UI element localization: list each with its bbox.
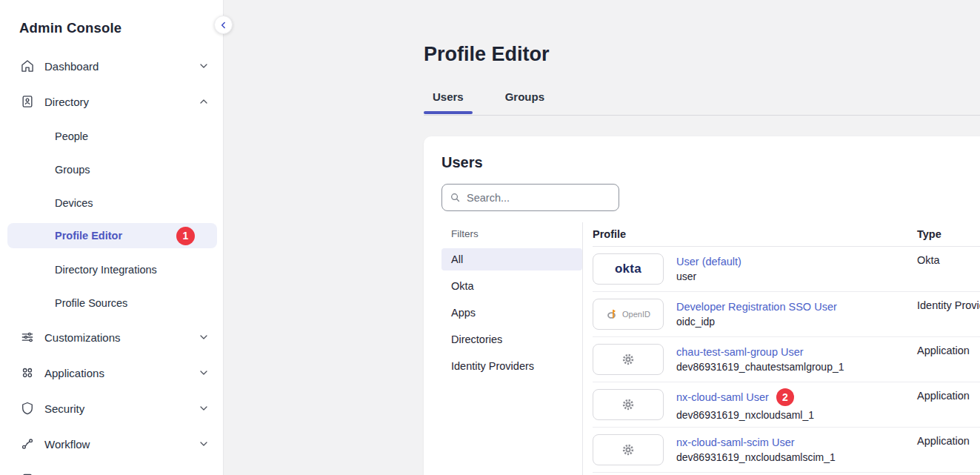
tab-divider <box>424 115 980 116</box>
tab-bar: Users Groups <box>424 90 577 113</box>
panel-heading: Users <box>441 154 483 171</box>
sidebar-item-label: Applications <box>44 367 104 379</box>
main-content: Profile Editor Users Groups Users Filter… <box>224 0 980 475</box>
profile-type: Application <box>917 345 980 356</box>
filters-label: Filters <box>441 228 582 239</box>
sidebar-item-profile-sources[interactable]: Profile Sources <box>6 286 217 319</box>
profile-link[interactable]: User (default) <box>676 256 741 268</box>
filters-column: Filters All Okta Apps Directories Identi… <box>424 222 583 475</box>
profile-type: Application <box>917 390 980 402</box>
gear-icon <box>621 442 636 457</box>
search-box[interactable] <box>441 184 619 211</box>
sidebar-item-label: Dashboard <box>44 60 99 73</box>
filter-okta[interactable]: Okta <box>441 275 582 297</box>
profile-link[interactable]: Developer Registration SSO User <box>676 301 837 313</box>
column-header-profile: Profile <box>593 228 904 240</box>
chevron-up-icon <box>198 96 210 107</box>
profiles-table: Profile Type okta User (default) user Ok… <box>583 222 980 475</box>
app-logo-placeholder <box>593 344 664 375</box>
app-logo-placeholder <box>593 389 664 420</box>
reports-icon <box>20 472 35 475</box>
sidebar-item-reports[interactable] <box>6 462 217 475</box>
app-title: Admin Console <box>0 0 223 36</box>
panel-columns: Filters All Okta Apps Directories Identi… <box>424 222 980 475</box>
table-row: chau-test-saml-group User dev86931619_ch… <box>593 337 980 382</box>
sidebar-item-label: Workflow <box>44 438 90 451</box>
sidebar-item-label: Security <box>44 402 84 415</box>
sidebar-item-label: People <box>55 130 88 142</box>
sidebar-item-applications[interactable]: Applications <box>6 355 217 391</box>
sidebar-item-security[interactable]: Security <box>6 391 217 426</box>
profile-subtitle: dev86931619_nxcloudsaml_1 <box>676 409 904 421</box>
table-row: OpenID Developer Registration SSO User o… <box>593 292 980 337</box>
sidebar-item-devices[interactable]: Devices <box>6 186 217 219</box>
search-input[interactable] <box>467 192 611 204</box>
chevron-down-icon <box>198 402 210 414</box>
sidebar-item-directory[interactable]: Directory <box>6 84 217 119</box>
filter-identity-providers[interactable]: Identity Providers <box>441 355 582 377</box>
users-panel: Users Filters All Okta Apps Directories … <box>424 136 980 475</box>
sidebar-collapse-button[interactable] <box>214 16 233 34</box>
sidebar-item-workflow[interactable]: Workflow <box>6 426 217 462</box>
id-badge-icon <box>20 94 35 109</box>
sidebar-item-customizations[interactable]: Customizations <box>6 319 217 355</box>
sidebar-item-people[interactable]: People <box>6 119 217 153</box>
filter-apps[interactable]: Apps <box>441 302 582 324</box>
table-row: nx-cloud-saml User 2 dev86931619_nxcloud… <box>593 382 980 428</box>
chevron-left-icon <box>219 20 229 30</box>
profile-link[interactable]: nx-cloud-saml User <box>676 391 769 403</box>
annotation-badge-2: 2 <box>776 388 794 406</box>
search-icon <box>450 192 461 203</box>
gear-icon <box>621 397 636 412</box>
apps-grid-icon <box>20 365 35 380</box>
sidebar-item-label: Directory Integrations <box>55 264 157 276</box>
sidebar-item-label: Profile Sources <box>55 297 127 309</box>
profile-subtitle: dev86931619_chautestsamlgroup_1 <box>676 361 904 373</box>
profile-subtitle: oidc_idp <box>676 316 904 328</box>
gear-icon <box>621 352 636 367</box>
sidebar-item-label: Devices <box>55 197 93 209</box>
chevron-down-icon <box>198 331 210 343</box>
openid-logo: OpenID <box>593 299 664 330</box>
profile-type: Identity Provider <box>917 299 980 311</box>
sidebar-item-label: Customizations <box>44 331 121 344</box>
annotation-badge-1: 1 <box>176 227 195 245</box>
tab-groups[interactable]: Groups <box>496 90 553 113</box>
sidebar-item-dashboard[interactable]: Dashboard <box>6 48 217 84</box>
home-icon <box>20 59 35 73</box>
filter-directories[interactable]: Directories <box>441 328 582 351</box>
app-logo-placeholder <box>593 434 664 465</box>
filter-list: All Okta Apps Directories Identity Provi… <box>441 248 582 377</box>
sliders-icon <box>20 330 35 345</box>
profile-subtitle: dev86931619_nxcloudsamlscim_1 <box>676 451 904 463</box>
sidebar-item-groups[interactable]: Groups <box>6 153 217 186</box>
workflow-icon <box>20 436 35 451</box>
chevron-down-icon <box>198 367 210 379</box>
table-row: nx-cloud-saml-scim User dev86931619_nxcl… <box>593 428 980 473</box>
sidebar-item-profile-editor[interactable]: Profile Editor 1 <box>7 223 217 248</box>
shield-icon <box>20 401 35 416</box>
filter-all[interactable]: All <box>441 248 582 270</box>
profile-subtitle: user <box>676 270 904 282</box>
chevron-down-icon <box>198 438 210 450</box>
table-row: okta User (default) user Okta <box>593 247 980 292</box>
profile-type: Application <box>917 435 980 447</box>
sidebar-item-label: Directory <box>44 96 89 108</box>
tab-users[interactable]: Users <box>424 90 473 113</box>
chevron-down-icon <box>198 60 210 72</box>
profile-link[interactable]: chau-test-saml-group User <box>676 346 804 358</box>
sidebar-item-directory-integrations[interactable]: Directory Integrations <box>6 253 217 286</box>
profile-type: Okta <box>917 254 980 266</box>
sidebar-nav: Dashboard Directory People Groups Device… <box>0 48 223 475</box>
sidebar-item-label: Groups <box>55 164 90 176</box>
openid-glyph-icon <box>606 308 619 321</box>
profile-link[interactable]: nx-cloud-saml-scim User <box>676 436 795 448</box>
table-header: Profile Type <box>593 222 980 247</box>
column-header-type: Type <box>917 228 980 240</box>
okta-logo: okta <box>593 253 664 285</box>
sidebar: Admin Console Dashboard Directory People… <box>0 0 224 475</box>
page-title: Profile Editor <box>424 43 550 66</box>
sidebar-item-label: Profile Editor <box>55 230 122 242</box>
